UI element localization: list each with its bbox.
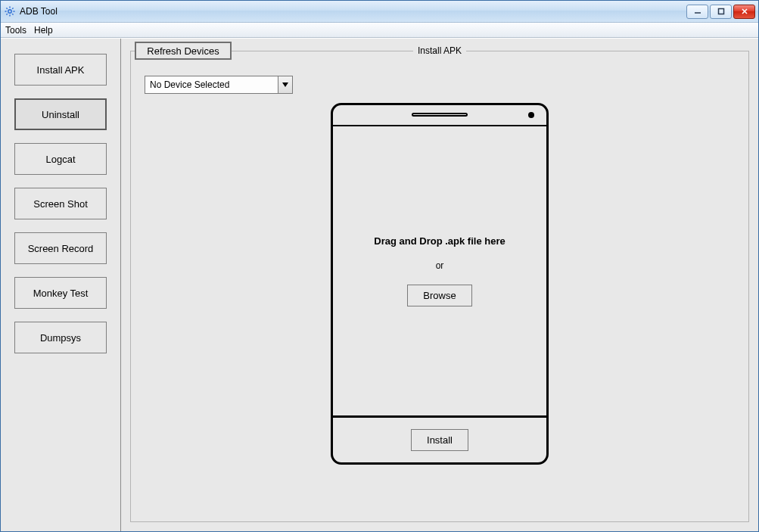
phone-mockup: Drag and Drop .apk file here or Browse I…: [331, 103, 549, 465]
svg-rect-2: [718, 9, 723, 14]
content-area: Refresh Devices Install APK No Device Se…: [121, 39, 758, 531]
nav-install-apk[interactable]: Install APK: [14, 54, 107, 86]
app-window: ADB Tool Tools Help Install APK Uninstal…: [0, 0, 759, 532]
drop-area[interactable]: Drag and Drop .apk file here or Browse: [333, 126, 546, 415]
titlebar: ADB Tool: [1, 1, 758, 23]
minimize-button[interactable]: [686, 5, 708, 19]
refresh-devices-button[interactable]: Refresh Devices: [135, 42, 232, 60]
phone-camera-icon: [528, 112, 534, 118]
nav-uninstall[interactable]: Uninstall: [14, 98, 107, 130]
nav-screenrecord[interactable]: Screen Record: [14, 232, 107, 264]
nav-logcat[interactable]: Logcat: [14, 143, 107, 175]
menu-help[interactable]: Help: [34, 25, 53, 36]
maximize-button[interactable]: [710, 5, 732, 19]
client-area: Install APK Uninstall Logcat Screen Shot…: [1, 38, 758, 531]
device-select-value: No Device Selected: [145, 76, 278, 93]
panel-title: Install APK: [413, 45, 466, 56]
or-text: or: [436, 260, 444, 271]
device-select[interactable]: No Device Selected: [145, 76, 293, 94]
install-button[interactable]: Install: [411, 429, 468, 451]
phone-speaker-icon: [412, 113, 468, 117]
app-gear-icon: [4, 5, 16, 17]
menu-tools[interactable]: Tools: [5, 25, 26, 36]
nav-dumpsys[interactable]: Dumpsys: [14, 322, 107, 353]
phone-bottom-bar: Install: [333, 415, 546, 462]
svg-point-0: [8, 10, 11, 13]
close-button[interactable]: [733, 5, 755, 19]
menubar: Tools Help: [1, 23, 758, 38]
nav-monkeytest[interactable]: Monkey Test: [14, 277, 107, 309]
browse-button[interactable]: Browse: [407, 285, 471, 306]
install-apk-panel: Install APK No Device Selected Drag and …: [130, 51, 749, 522]
phone-top-bezel: [333, 105, 546, 126]
drop-text: Drag and Drop .apk file here: [374, 235, 505, 247]
nav-screenshot[interactable]: Screen Shot: [14, 188, 107, 219]
window-title: ADB Tool: [20, 6, 686, 17]
chevron-down-icon[interactable]: [278, 76, 292, 93]
window-buttons: [686, 5, 755, 19]
svg-marker-5: [282, 82, 288, 87]
sidebar: Install APK Uninstall Logcat Screen Shot…: [1, 39, 121, 531]
